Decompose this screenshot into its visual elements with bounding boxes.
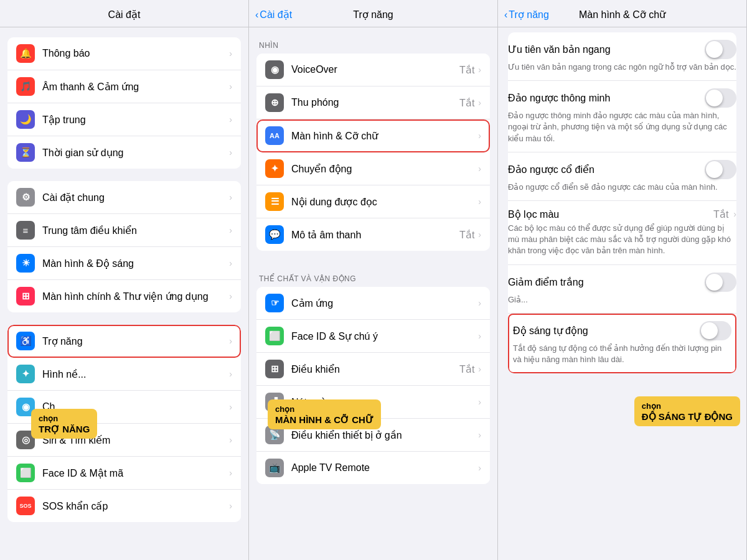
p2-list-item-nut-suon[interactable]: ▐Nút sườn› [256, 386, 490, 419]
p2-list-item-dieu-khien[interactable]: ⊞Điều khiểnTắt› [256, 353, 490, 386]
p2-label-chuyen-dong: Chuyển động [291, 163, 478, 175]
list-item-trung-tam[interactable]: ≡Trung tâm điều khiển› [7, 214, 241, 247]
toggle[interactable] [705, 88, 736, 108]
panel2-header: ‹ Cài đặt Trợ năng [249, 0, 497, 27]
p2-value-thu-phong: Tắt [459, 97, 474, 109]
p3-item-giam-diem-trang[interactable]: Giảm điểm trắngGiả... [508, 265, 736, 314]
p3-desc-dao-nguoc-thong-minh: Đảo ngược thông minh đảo ngược các màu c… [508, 110, 736, 144]
panel2-scroll[interactable]: NHÌN ◉VoiceOverTắt›⊕Thu phóngTắt›AAMàn h… [249, 27, 497, 560]
list-item-tap-trung[interactable]: 🌙Tập trung› [7, 103, 241, 136]
p2-chevron-thu-phong: › [478, 98, 481, 108]
p2-list-item-mo-ta[interactable]: 💬Mô tả âm thanhTắt› [256, 218, 490, 251]
p3-row-giam-diem-trang: Giảm điểm trắng [508, 273, 736, 292]
toggle[interactable] [700, 321, 731, 340]
p3-item-dao-nguoc-co-dien[interactable]: Đảo ngược cổ điểnĐảo ngược cổ điển sẽ đả… [508, 152, 736, 201]
icon-trung-tam: ≡ [16, 221, 35, 240]
p2-icon-dieu-khien-thiet-bi: 📡 [265, 426, 284, 444]
panel1-scroll[interactable]: 🔔Thông báo›🎵Âm thanh & Cảm ứng›🌙Tập trun… [0, 27, 248, 560]
list-item-man-hinh-do-sang[interactable]: ☀Màn hình & Độ sáng› [7, 247, 241, 280]
p2-list-item-apple-tv[interactable]: 📺Apple TV Remote› [256, 452, 490, 484]
toggle[interactable] [705, 273, 736, 292]
p3-item-bo-loc-mau[interactable]: Bộ lọc màuTắt›Các bộ lọc màu có thể được… [508, 201, 736, 265]
panel3-header: ‹ Trợ năng Màn hình & Cỡ chữ [498, 0, 746, 27]
p2-chevron-cam-ung: › [478, 298, 481, 308]
p2-value-voiceover: Tắt [459, 64, 474, 76]
p3-row-dao-nguoc-thong-minh: Đảo ngược thông minh [508, 88, 736, 108]
icon-cai-dat-chung: ⚙ [16, 188, 35, 207]
list-item-sos[interactable]: SOSSOS khẩn cấp› [7, 490, 241, 522]
p3-right-uu-tien-van-ban [705, 40, 736, 59]
list-item-ch[interactable]: ◉Ch...› [7, 391, 241, 424]
icon-siri: ◎ [16, 431, 35, 449]
label-trung-tam: Trung tâm điều khiển [42, 225, 229, 236]
chevron-faceid-mat-ma: › [229, 468, 232, 478]
panel2-back-label[interactable]: Cài đặt [260, 9, 292, 21]
p2-chevron-apple-tv: › [478, 463, 481, 473]
icon-man-hinh-chinh: ⊞ [16, 287, 35, 306]
p2-list-item-thu-phong[interactable]: ⊕Thu phóngTắt› [256, 86, 490, 119]
p2-icon-faceid-su-chu-y: ⬜ [265, 327, 284, 345]
list-item-faceid-mat-ma[interactable]: ⬜Face ID & Mật mã› [7, 457, 241, 490]
toggle[interactable] [705, 160, 736, 179]
list-item-thoi-gian[interactable]: ⏳Thời gian sử dụng› [7, 136, 241, 169]
list-item-man-hinh-chinh[interactable]: ⊞Màn hình chính & Thư viện ứng dụng› [7, 280, 241, 312]
p2-label-dieu-khien: Điều khiển [291, 363, 459, 375]
p2-list-item-voiceover[interactable]: ◉VoiceOverTắt› [256, 54, 490, 86]
label-man-hinh-do-sang: Màn hình & Độ sáng [42, 258, 229, 269]
panel2-list-nhin: ◉VoiceOverTắt›⊕Thu phóngTắt›AAMàn hình &… [256, 54, 490, 251]
list-item-siri[interactable]: ◎Siri & Tìm kiếm› [7, 424, 241, 457]
chevron-trung-tam: › [229, 225, 232, 235]
chevron-hinh-nen: › [229, 369, 232, 379]
p3-item-dao-nguoc-thong-minh[interactable]: Đảo ngược thông minhĐảo ngược thông minh… [508, 81, 736, 152]
p2-chevron-chuyen-dong: › [478, 164, 481, 174]
p2-list-item-cam-ung[interactable]: ☞Cảm ứng› [256, 287, 490, 320]
p2-value-mo-ta: Tắt [459, 229, 474, 241]
label-hinh-nen: Hình nề... [42, 368, 229, 380]
chevron-siri: › [229, 435, 232, 445]
p2-chevron-faceid-su-chu-y: › [478, 331, 481, 341]
p3-item-do-sang-tu-dong[interactable]: Độ sáng tự độngTắt độ sáng tự động có th… [508, 314, 736, 373]
p3-item-uu-tien-van-ban[interactable]: Ưu tiên văn bản ngangƯu tiên văn bản nga… [508, 32, 736, 81]
p2-value-dieu-khien: Tắt [459, 363, 474, 375]
p2-chevron-voiceover: › [478, 65, 481, 75]
p2-list-item-faceid-su-chu-y[interactable]: ⬜Face ID & Sự chú ý› [256, 320, 490, 353]
p3-right-bo-loc-mau: Tắt› [713, 208, 736, 220]
panel3-scroll[interactable]: Ưu tiên văn bản ngangƯu tiên văn bản nga… [498, 27, 746, 560]
p2-list-item-dieu-khien-thiet-bi[interactable]: 📡Điều khiển thiết bị ở gần› [256, 419, 490, 452]
icon-ch: ◉ [16, 398, 35, 416]
p2-label-mo-ta: Mô tả âm thanh [291, 229, 459, 241]
list-item-hinh-nen[interactable]: ✦Hình nề...› [7, 358, 241, 391]
toggle[interactable] [705, 40, 736, 59]
icon-sos: SOS [16, 497, 35, 515]
list-item-thong-bao[interactable]: 🔔Thông báo› [7, 37, 241, 70]
list-item-cai-dat-chung[interactable]: ⚙Cài đặt chung› [7, 181, 241, 214]
panel2-title: Trợ năng [353, 9, 393, 21]
label-thong-bao: Thông báo [42, 48, 229, 59]
panel3-back-arrow: ‹ [504, 9, 507, 21]
p2-list-item-noi-dung[interactable]: ☰Nội dung được đọc› [256, 185, 490, 218]
list-item-tro-nang[interactable]: ♿Trợ năng› [7, 325, 241, 358]
p3-value-bo-loc-mau: Tắt [713, 208, 728, 220]
p3-desc-bo-loc-mau: Các bộ lọc màu có thể được sử dụng để gi… [508, 223, 736, 257]
p2-icon-apple-tv: 📺 [265, 459, 284, 477]
panel-man-hinh-co-chu: ‹ Trợ năng Màn hình & Cỡ chữ Ưu tiên văn… [498, 0, 747, 560]
p2-icon-nut-suon: ▐ [265, 393, 284, 411]
p3-desc-giam-diem-trang: Giả... [508, 294, 736, 306]
p3-label-dao-nguoc-thong-minh: Đảo ngược thông minh [508, 92, 610, 104]
p2-icon-chuyen-dong: ✦ [265, 159, 284, 178]
p2-label-faceid-su-chu-y: Face ID & Sự chú ý [291, 330, 478, 342]
panel2-list-van-dong: ☞Cảm ứng›⬜Face ID & Sự chú ý›⊞Điều khiển… [256, 287, 490, 484]
label-tap-trung: Tập trung [42, 114, 229, 126]
panel3-group: Ưu tiên văn bản ngangƯu tiên văn bản nga… [508, 32, 736, 373]
toggle-knob [706, 274, 723, 291]
icon-man-hinh-do-sang: ☀ [16, 254, 35, 273]
icon-am-thanh: 🎵 [16, 77, 35, 96]
p3-label-do-sang-tu-dong: Độ sáng tự động [513, 325, 588, 337]
p2-chevron-dieu-khien-thiet-bi: › [478, 430, 481, 440]
p2-list-item-man-hinh-co-chu[interactable]: AAMàn hình & Cỡ chữ› [256, 119, 490, 152]
p2-list-item-chuyen-dong[interactable]: ✦Chuyển động› [256, 152, 490, 185]
panel3-back-label[interactable]: Trợ năng [509, 9, 549, 21]
list-item-am-thanh[interactable]: 🎵Âm thanh & Cảm ứng› [7, 70, 241, 103]
chevron-sos: › [229, 501, 232, 511]
label-faceid-mat-ma: Face ID & Mật mã [42, 467, 229, 479]
